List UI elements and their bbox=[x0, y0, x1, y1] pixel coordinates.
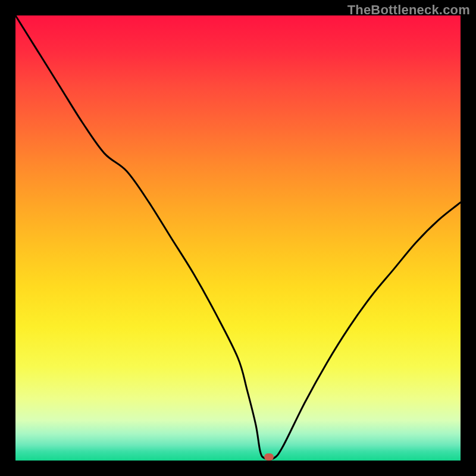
bottleneck-curve bbox=[15, 15, 461, 461]
chart-frame: TheBottleneck.com bbox=[0, 0, 476, 476]
minimum-marker bbox=[264, 453, 274, 461]
plot-area bbox=[15, 15, 461, 461]
curve-path bbox=[15, 15, 461, 459]
